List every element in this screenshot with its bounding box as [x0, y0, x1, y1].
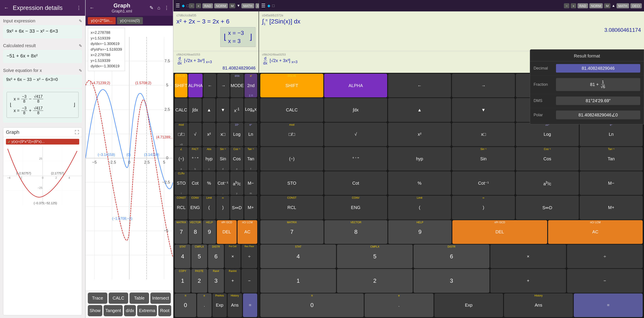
open-paren-key-2[interactable]: Limit(	[388, 196, 451, 219]
table-button[interactable]: Table	[130, 293, 149, 304]
rcl-key-2[interactable]: CONSTRCL	[260, 196, 323, 219]
shift-key[interactable]: SOLVE SHIFT	[175, 74, 188, 97]
2nd-key[interactable]: x! 2nd Σ Π	[244, 74, 257, 97]
key2-9[interactable]: HELP9	[388, 220, 452, 244]
key2-0[interactable]: π0	[260, 294, 364, 317]
sqrt-key[interactable]: √	[188, 123, 202, 146]
tan-key[interactable]: Tan⁻¹ Tan f	[244, 147, 257, 171]
graph-back-button[interactable]: ←	[89, 4, 95, 12]
equals-key[interactable]: =	[243, 294, 257, 317]
key-4[interactable]: STAT 4	[175, 245, 190, 268]
eng-key[interactable]: CONV ENG	[188, 196, 202, 219]
trace-button[interactable]: Trace	[88, 293, 107, 304]
root-button[interactable]: Root	[158, 305, 171, 316]
calc-key[interactable]: CALC	[175, 98, 188, 122]
cot-inv-key[interactable]: Cot⁻¹ ,	[216, 171, 229, 195]
down-arrow-key[interactable]: ▼	[216, 98, 229, 122]
alpha-key-2[interactable]: ALPHA	[324, 74, 387, 97]
plus-btn-2[interactable]: +	[571, 3, 576, 8]
m-plus-key[interactable]: M+	[244, 196, 257, 219]
d-dx-button[interactable]: d/dx	[124, 305, 136, 316]
plus-btn[interactable]: +	[196, 3, 201, 8]
del-key-2[interactable]: nPr GCDDEL	[452, 220, 547, 244]
x-sq-key[interactable]: x²	[202, 123, 216, 146]
key-5[interactable]: CMPLX 5	[192, 245, 207, 268]
fullscreen-icon[interactable]: ⛶	[75, 130, 79, 135]
key-7[interactable]: MATRIX 7	[175, 220, 188, 244]
decimal-key-2[interactable]: e.	[364, 294, 434, 317]
s-to-d-key[interactable]: S⇔D	[230, 196, 243, 219]
eng-key-2[interactable]: CONVENG	[324, 196, 387, 219]
minus-btn-2[interactable]: −	[564, 3, 569, 8]
graph-menu-button[interactable]: ⋮	[163, 4, 170, 12]
down-arrow-key-2[interactable]: ▼	[452, 98, 515, 122]
percent-key-2[interactable]: %	[388, 171, 451, 195]
m-plus-key-2[interactable]: M+	[580, 196, 643, 219]
list-icon[interactable]: ☰	[176, 3, 180, 8]
a-b-c-key[interactable]: ab/c y	[230, 171, 243, 195]
left-arrow-key-2[interactable]: ←	[388, 74, 451, 97]
key-6[interactable]: DISTR 6	[208, 245, 224, 268]
sqrt-key-2[interactable]: √	[324, 123, 387, 146]
key2-2[interactable]: 2	[337, 269, 413, 293]
edit-calc-icon[interactable]: ✎	[79, 43, 82, 48]
up-arrow-key-2[interactable]: ▲	[388, 98, 451, 122]
sin-key-2[interactable]: Sin⁻¹Sin	[452, 147, 515, 171]
key-3[interactable]: Ran# 3	[208, 269, 224, 293]
shift-key-2[interactable]: SOLVE SHIFT	[260, 74, 323, 97]
graph-home-button[interactable]: ⌂	[156, 4, 161, 12]
exp-key-2[interactable]: Exp	[434, 294, 503, 317]
rcl-key[interactable]: CONST RCL	[175, 196, 188, 219]
m-minus-key-2[interactable]: M−	[580, 171, 643, 195]
minus-key[interactable]: −	[242, 269, 257, 293]
frac-key-2[interactable]: mod□/□	[260, 123, 323, 146]
minus-key-2[interactable]: −	[567, 269, 643, 293]
minus-btn[interactable]: −	[189, 3, 194, 8]
key-0[interactable]: π 0	[175, 294, 196, 317]
sto-key[interactable]: CLRv STO i	[175, 171, 188, 195]
close-paren-key[interactable]: ∞ )	[216, 196, 229, 219]
deg-min-sec-key[interactable]: FACT ° ' " b	[188, 147, 202, 171]
key-1[interactable]: COPY 1	[175, 269, 190, 293]
edit-icon[interactable]: ✎	[79, 19, 82, 23]
log-key-2[interactable]: 10ˣLog	[516, 123, 579, 146]
list-icon-2[interactable]: ☰	[261, 3, 266, 8]
hyp-key[interactable]: Abs hyp c	[202, 147, 216, 171]
divide-key[interactable]: Rec Floor ÷	[242, 245, 257, 268]
equals-key-2[interactable]: =	[574, 294, 643, 317]
deg-key-2[interactable]: ° ' "	[324, 147, 387, 171]
calc-button-graph[interactable]: CALC	[109, 293, 128, 304]
log-key[interactable]: 10ˣ Log	[230, 123, 243, 146]
key-9[interactable]: HELP 9	[203, 220, 216, 244]
fraction-key[interactable]: mod □/□ +R	[175, 123, 188, 146]
mode-key[interactable]: d/dx MODE	[230, 74, 244, 97]
cot-key[interactable]: Cot	[188, 171, 202, 195]
func-tab-0[interactable]: y(x)=2*Sin...	[88, 17, 116, 24]
key2-8[interactable]: VECTOR8	[324, 220, 388, 244]
ac-key[interactable]: nCr LCM AC	[238, 220, 257, 244]
menu-button[interactable]: ⋮	[76, 4, 82, 12]
func-tab-1[interactable]: y(x)=cos(0)	[117, 17, 143, 24]
m-minus-key[interactable]: M− m	[244, 171, 257, 195]
a-b-c-key-2[interactable]: ab/c	[516, 171, 579, 195]
extrema-button[interactable]: Extrema	[137, 305, 157, 316]
result-format-fraction[interactable]: Fraction 81 + 1√6	[530, 75, 644, 94]
neg-key-2[interactable]: (−)	[260, 147, 323, 171]
x-sq-key-2[interactable]: x²	[388, 123, 451, 146]
del-key[interactable]: nPr GCD DEL	[217, 220, 236, 244]
key2-5[interactable]: CMPLX5	[337, 245, 413, 268]
plus-key-2[interactable]: +	[490, 269, 566, 293]
ans-key[interactable]: History Ans	[228, 294, 242, 317]
edit-solve-icon[interactable]: ✎	[79, 68, 82, 73]
up-arrow-key[interactable]: ▲	[202, 98, 216, 122]
cos-key-2[interactable]: Cos⁻¹Cos	[516, 147, 579, 171]
plus-key[interactable]: RanInt +	[225, 269, 240, 293]
x-box-key[interactable]: x□	[216, 123, 229, 146]
open-paren-key[interactable]: Limit (	[202, 196, 216, 219]
result-format-polar[interactable]: Polar 81.40824829046∠0	[530, 108, 644, 122]
sin-key[interactable]: Sin⁻¹ Sin d	[216, 147, 229, 171]
multiply-key[interactable]: Pol Ceil ×	[225, 245, 240, 268]
sto-key-2[interactable]: STO	[260, 171, 323, 195]
key2-1[interactable]: 1	[260, 269, 336, 293]
s-to-d-key-2[interactable]: S⇔D	[516, 196, 579, 219]
